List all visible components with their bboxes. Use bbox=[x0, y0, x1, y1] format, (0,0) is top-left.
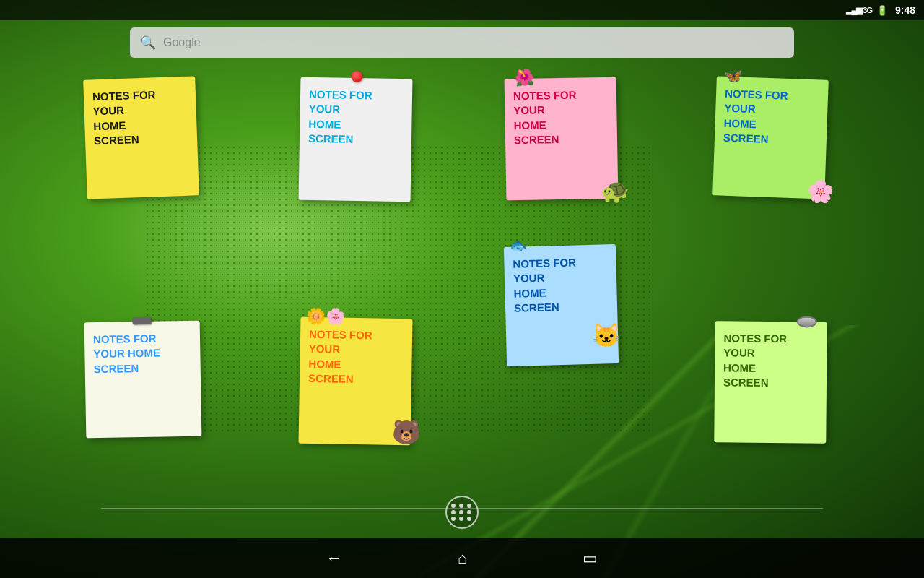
sticker-flower-pink: 🌸 bbox=[807, 181, 834, 202]
search-placeholder: Google bbox=[163, 36, 201, 49]
dot bbox=[459, 504, 463, 508]
search-icon: 🔍 bbox=[140, 35, 156, 51]
search-bar[interactable]: 🔍 Google bbox=[130, 27, 794, 58]
sticky-note-note-5[interactable]: NOTES FOR YOUR HOME SCREEN bbox=[84, 321, 202, 439]
sticker-turtle: 🐢 bbox=[601, 179, 629, 202]
dot bbox=[451, 504, 456, 508]
note-text-note-1: NOTES FOR YOUR HOME SCREEN bbox=[92, 87, 189, 149]
sticky-note-note-2[interactable]: NOTES FOR YOUR HOME SCREEN bbox=[299, 77, 413, 202]
dot bbox=[467, 510, 471, 514]
recent-button[interactable]: ▭ bbox=[583, 549, 598, 568]
note-text-note-4: NOTES FOR YOUR HOME SCREEN bbox=[723, 87, 820, 149]
nav-bar: ← ⌂ ▭ bbox=[0, 538, 924, 578]
status-bar: ▂▄▆ 3G 🔋 9:48 bbox=[0, 0, 924, 20]
paper-clip bbox=[797, 316, 817, 327]
dot bbox=[451, 510, 456, 514]
note-text-note-2: NOTES FOR YOUR HOME SCREEN bbox=[308, 87, 404, 147]
sticky-note-note-1[interactable]: NOTES FOR YOUR HOME SCREEN bbox=[83, 76, 199, 199]
status-icons: ▂▄▆ 3G 🔋 9:48 bbox=[846, 4, 915, 16]
push-pin bbox=[351, 71, 362, 82]
dot bbox=[459, 510, 463, 514]
dot bbox=[451, 517, 456, 521]
note-text-note-6: NOTES FOR YOUR HOME SCREEN bbox=[308, 327, 404, 387]
note-text-note-5: NOTES FOR YOUR HOME SCREEN bbox=[93, 331, 192, 376]
home-button[interactable]: ⌂ bbox=[458, 549, 467, 568]
app-drawer-button[interactable] bbox=[445, 496, 479, 529]
app-drawer-dots bbox=[451, 504, 473, 521]
flower-sticker-top: 🌺 bbox=[514, 69, 533, 87]
magnet-clip bbox=[133, 317, 152, 324]
note-text-note-3: NOTES FOR YOUR HOME SCREEN bbox=[513, 87, 609, 147]
sticker-bear: 🐻 bbox=[392, 420, 421, 444]
dot bbox=[459, 517, 463, 521]
note-text-note-7: NOTES FOR YOUR HOME SCREEN bbox=[513, 254, 609, 315]
dot bbox=[467, 504, 471, 508]
battery-icon: 🔋 bbox=[876, 5, 888, 16]
flower-sticker: 🌼🌸 bbox=[306, 307, 345, 327]
sticker-cat: 🐱 bbox=[592, 324, 621, 347]
time-display: 9:48 bbox=[895, 4, 915, 16]
signal-indicator: ▂▄▆ 3G bbox=[846, 6, 872, 15]
note-text-note-8: NOTES FOR YOUR HOME SCREEN bbox=[723, 331, 819, 390]
butterfly-sticker: 🦋 bbox=[724, 66, 743, 85]
fishbone-sticker: 🐟 bbox=[509, 236, 528, 254]
dot bbox=[467, 517, 471, 521]
sticky-note-note-8[interactable]: NOTES FOR YOUR HOME SCREEN bbox=[714, 321, 827, 443]
back-button[interactable]: ← bbox=[326, 549, 342, 568]
